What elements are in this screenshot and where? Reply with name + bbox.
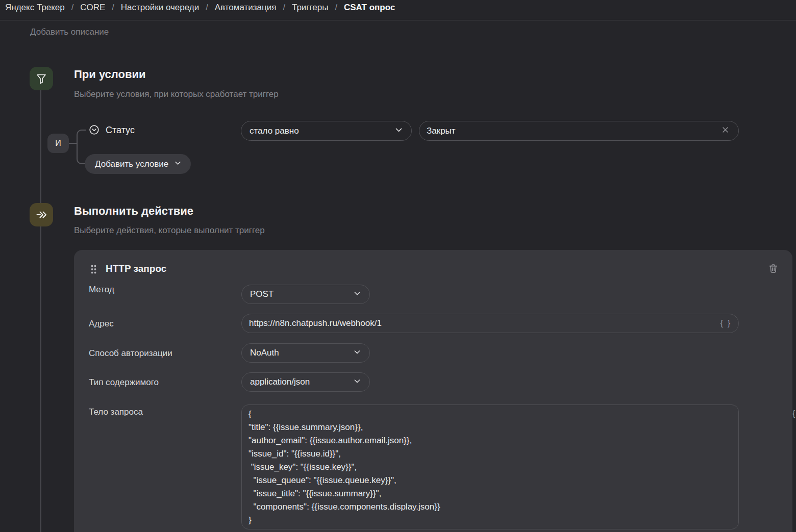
breadcrumb-separator: / bbox=[335, 3, 337, 12]
breadcrumb-separator: / bbox=[71, 3, 73, 12]
add-condition-label: Добавить условие bbox=[95, 159, 168, 169]
breadcrumb-item-triggers[interactable]: Триггеры bbox=[292, 3, 329, 13]
breadcrumb-item-current-trigger: CSAT опрос bbox=[344, 3, 395, 13]
chevron-down-icon bbox=[394, 125, 403, 137]
method-select[interactable]: POST bbox=[241, 285, 370, 304]
condition-bracket bbox=[77, 130, 86, 164]
curly-braces-icon[interactable]: { } bbox=[720, 319, 731, 328]
request-body-label: Тело запроса bbox=[89, 407, 143, 417]
timeline-connector bbox=[40, 226, 41, 532]
condition-section-subtitle: Выберите условия, при которых сработает … bbox=[74, 89, 279, 99]
curly-braces-icon[interactable]: { } bbox=[792, 409, 796, 418]
chevron-down-icon bbox=[174, 159, 182, 169]
auth-value: NoAuth bbox=[250, 348, 279, 358]
add-condition-button[interactable]: Добавить условие bbox=[85, 154, 191, 174]
auth-select[interactable]: NoAuth bbox=[241, 343, 370, 363]
status-field-icon bbox=[89, 124, 100, 137]
condition-value-input[interactable] bbox=[427, 126, 722, 136]
breadcrumb-separator: / bbox=[283, 3, 285, 12]
filter-funnel-icon bbox=[35, 72, 47, 85]
clear-value-icon[interactable] bbox=[722, 126, 729, 136]
http-request-card: HTTP запрос Метод POST Адрес bbox=[74, 250, 792, 532]
breadcrumb-item-automation[interactable]: Автоматизация bbox=[215, 3, 277, 13]
content-type-value: application/json bbox=[250, 377, 310, 387]
method-value: POST bbox=[250, 289, 273, 299]
condition-value-field[interactable] bbox=[419, 121, 739, 141]
trigger-settings-page: Яндекс Трекер / CORE / Настройки очереди… bbox=[0, 0, 796, 532]
breadcrumb-item-queue[interactable]: CORE bbox=[80, 3, 105, 13]
trash-icon bbox=[768, 268, 779, 275]
address-label: Адрес bbox=[89, 319, 114, 329]
action-section-title: Выполнить действие bbox=[74, 205, 193, 218]
address-field[interactable]: { } bbox=[241, 314, 739, 333]
chevron-down-icon bbox=[353, 377, 361, 388]
condition-section-title: При условии bbox=[74, 68, 146, 81]
logic-operator-badge[interactable]: И bbox=[47, 134, 69, 153]
condition-operator-select[interactable]: стало равно bbox=[241, 121, 412, 141]
auth-label: Способ авторизации bbox=[89, 348, 172, 359]
method-label: Метод bbox=[89, 285, 114, 295]
content-type-label: Тип содержимого bbox=[89, 377, 159, 388]
double-arrow-right-icon bbox=[35, 209, 47, 221]
address-input[interactable] bbox=[249, 318, 720, 328]
request-body-textarea[interactable]: { "title": {{issue.summary.json}}, "auth… bbox=[241, 404, 739, 529]
condition-connector bbox=[69, 143, 77, 144]
action-card-title: HTTP запрос bbox=[106, 263, 166, 274]
add-description-field[interactable]: Добавить описание bbox=[30, 27, 109, 37]
condition-operator-value: стало равно bbox=[250, 126, 299, 136]
action-section-subtitle: Выберите действия, которые выполнит триг… bbox=[74, 225, 265, 236]
breadcrumb: Яндекс Трекер / CORE / Настройки очереди… bbox=[0, 0, 796, 20]
chevron-down-icon bbox=[353, 348, 361, 359]
breadcrumb-separator: / bbox=[112, 3, 114, 12]
breadcrumb-item-queue-settings[interactable]: Настройки очереди bbox=[121, 3, 199, 13]
drag-handle-icon[interactable] bbox=[90, 264, 97, 276]
condition-field-label: Статус bbox=[106, 125, 135, 136]
action-step-badge bbox=[30, 203, 53, 226]
condition-step-badge bbox=[30, 67, 53, 90]
delete-action-button[interactable] bbox=[768, 263, 779, 275]
timeline-connector bbox=[40, 90, 41, 203]
chevron-down-icon bbox=[353, 289, 361, 300]
content-type-select[interactable]: application/json bbox=[241, 372, 370, 392]
breadcrumb-separator: / bbox=[206, 3, 208, 12]
breadcrumb-item-tracker[interactable]: Яндекс Трекер bbox=[5, 3, 65, 13]
